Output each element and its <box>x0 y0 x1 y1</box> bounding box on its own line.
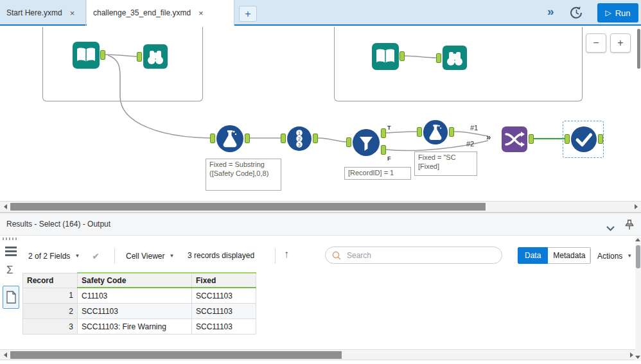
new-tab-button[interactable]: + <box>239 6 257 22</box>
flask-icon <box>423 119 448 145</box>
column-header-record[interactable]: Record <box>23 273 78 288</box>
results-horizontal-scrollbar[interactable] <box>0 349 637 360</box>
input-data-tool[interactable] <box>371 42 400 73</box>
overflow-chevrons-icon[interactable]: » <box>547 4 554 19</box>
filter-annotation[interactable]: [RecordID] = 1 <box>344 167 411 180</box>
formula-tool-2[interactable] <box>423 119 448 148</box>
connection-true[interactable] <box>386 132 417 133</box>
table-row[interactable]: 3 SCC11103: Fire Warning SCC11103 <box>23 319 256 334</box>
actions-dropdown[interactable]: Actions ▼ <box>597 247 632 264</box>
filter-tool[interactable] <box>352 128 380 159</box>
formula-annotation[interactable]: Fixed = Substring ([Safety Code],0,8) <box>206 159 281 191</box>
connection-1-label: #1 <box>470 124 478 132</box>
record-number-cell[interactable]: 2 <box>23 304 78 319</box>
workflow-canvas[interactable]: Fixed = Substring ([Safety Code],0,8) [R… <box>0 27 641 201</box>
results-vscrollbar-thumb[interactable] <box>636 245 640 268</box>
formula2-output-anchor[interactable] <box>449 127 454 137</box>
results-config-icon[interactable] <box>4 245 17 260</box>
browse-tool[interactable] <box>442 45 468 73</box>
record-number-cell[interactable]: 3 <box>23 319 78 334</box>
results-table: Record Safety Code Fixed 1 C11103 SCC111… <box>22 272 256 334</box>
binoculars-icon <box>143 44 168 69</box>
safety-code-cell[interactable]: SCC11103 <box>78 304 192 319</box>
recordid-input-anchor[interactable] <box>281 134 286 143</box>
safety-code-cell[interactable]: SCC11103: Fire Warning <box>78 319 192 334</box>
input-output-anchor[interactable] <box>100 50 105 60</box>
formula2-annotation[interactable]: Fixed = "SC [Fixed] <box>414 152 477 176</box>
tab-challenge-35[interactable]: challenge_35_end_file.yxmd × <box>87 0 234 26</box>
results-panel-header[interactable]: Results - Select (164) - Output <box>0 212 641 236</box>
data-tab-button[interactable]: Data <box>518 247 548 264</box>
scroll-right-arrow[interactable] <box>631 202 641 212</box>
metadata-tab-button[interactable]: Metadata <box>548 247 591 264</box>
input-output-anchor[interactable] <box>400 51 405 61</box>
column-header-fixed[interactable]: Fixed <box>192 273 256 288</box>
zoom-in-button[interactable]: + <box>610 33 631 53</box>
true-output-label: T <box>387 125 391 131</box>
safety-code-cell[interactable]: C11103 <box>78 288 192 304</box>
filter-input-anchor[interactable] <box>346 137 351 147</box>
table-row[interactable]: 1 C11103 SCC11103 <box>23 288 256 304</box>
browse-tool[interactable] <box>143 44 168 72</box>
table-header-row: Record Safety Code Fixed <box>23 273 256 288</box>
tab-start-here[interactable]: Start Here.yxmd × <box>0 0 86 26</box>
connection[interactable] <box>318 138 346 142</box>
filter-false-anchor[interactable] <box>381 145 386 155</box>
run-button[interactable]: ▷ Run <box>597 3 638 22</box>
up-arrow-icon[interactable]: ↑ <box>284 248 289 260</box>
canvas-scrollbar-thumb[interactable] <box>10 203 486 211</box>
union-output-anchor[interactable] <box>529 134 534 144</box>
fixed-cell[interactable]: SCC11103 <box>192 304 256 319</box>
right-triangle-icon <box>630 352 633 358</box>
filter-true-anchor[interactable] <box>381 128 386 138</box>
connection-1[interactable] <box>454 132 488 136</box>
input-data-tool[interactable] <box>72 41 100 72</box>
table-view-selected[interactable] <box>3 286 19 309</box>
apply-check-icon[interactable]: ✔ <box>92 251 100 261</box>
chevron-down-icon: ▼ <box>169 253 174 259</box>
formula-input-anchor[interactable] <box>210 134 215 143</box>
results-scrollbar-thumb[interactable] <box>10 351 342 359</box>
union-multi-input-anchor[interactable]: » <box>486 132 490 142</box>
left-triangle-icon <box>4 204 7 209</box>
formula2-input-anchor[interactable] <box>417 127 422 137</box>
panel-grip[interactable] <box>3 238 18 240</box>
fixed-cell[interactable]: SCC11103 <box>192 319 256 334</box>
column-header-safety-code[interactable]: Safety Code <box>78 273 192 288</box>
history-icon-glyph <box>569 5 584 20</box>
scroll-left-arrow[interactable] <box>0 202 10 212</box>
canvas-vertical-scrollbar-thumb[interactable] <box>637 29 640 69</box>
profile-view-icon[interactable]: Σ <box>6 264 13 277</box>
tool-container-left[interactable] <box>42 27 203 101</box>
close-icon[interactable]: × <box>198 8 204 18</box>
browse-input-anchor[interactable] <box>436 53 441 63</box>
table-row[interactable]: 2 SCC11103 SCC11103 <box>23 304 256 319</box>
pin-icon[interactable] <box>624 219 635 233</box>
recordid-output-anchor[interactable] <box>313 134 318 143</box>
cell-viewer-dropdown[interactable]: Cell Viewer ▼ <box>126 247 174 264</box>
actions-label: Actions <box>597 252 622 261</box>
browse-input-anchor[interactable] <box>137 52 142 62</box>
fields-dropdown[interactable]: 2 of 2 Fields ▼ ✔ <box>28 247 100 264</box>
formula-tool[interactable] <box>216 125 244 155</box>
scroll-down-arrow[interactable] <box>635 356 640 359</box>
select-tool[interactable] <box>570 126 597 155</box>
union-tool[interactable] <box>501 126 528 155</box>
fixed-cell[interactable]: SCC11103 <box>192 288 256 304</box>
tab-label: Start Here.yxmd <box>6 8 62 17</box>
search-input[interactable] <box>346 250 495 261</box>
connection-2-label: #2 <box>466 140 474 148</box>
scroll-left-arrow[interactable] <box>0 350 10 360</box>
formula-output-anchor[interactable] <box>245 134 250 143</box>
zoom-out-button[interactable]: − <box>586 33 606 53</box>
record-number-cell[interactable]: 1 <box>23 288 78 304</box>
close-icon[interactable]: × <box>70 8 75 18</box>
results-search[interactable] <box>325 247 502 264</box>
scroll-up-arrow[interactable] <box>635 238 640 241</box>
record-id-tool[interactable]: 1 2 3 <box>286 126 312 154</box>
workflow-tab-bar: Start Here.yxmd × challenge_35_end_file.… <box>0 0 641 26</box>
history-icon[interactable] <box>569 5 584 22</box>
results-vertical-scrollbar[interactable] <box>635 236 641 361</box>
collapse-chevron-icon[interactable] <box>606 222 615 234</box>
canvas-horizontal-scrollbar[interactable] <box>0 201 641 212</box>
